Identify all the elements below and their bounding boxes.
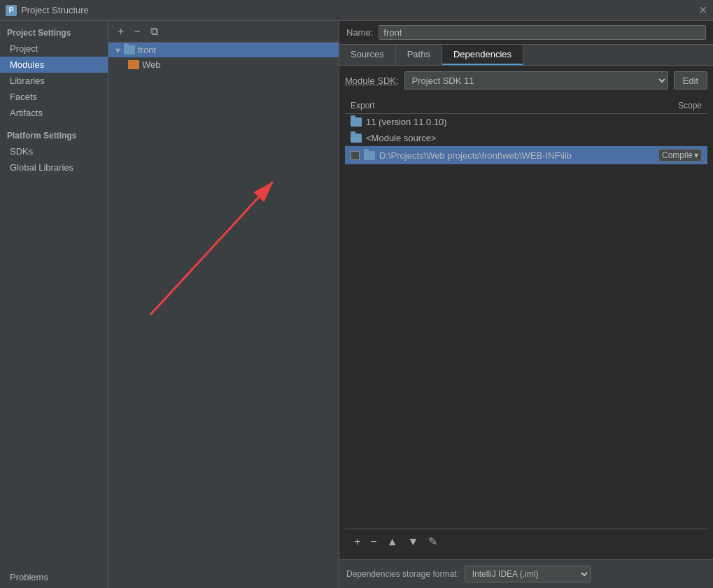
dep-checkbox-2[interactable]	[351, 151, 360, 160]
sidebar-item-facets[interactable]: Facets	[0, 89, 108, 105]
dep-row-1[interactable]: <Module source>	[345, 130, 707, 146]
app-icon: P	[6, 5, 17, 16]
sidebar-item-artifacts[interactable]: Artifacts	[0, 105, 108, 121]
dep-row-2[interactable]: D:\Projects\Web projects\front\web\WEB-I…	[345, 146, 707, 164]
dep-bottom-toolbar: + − ▲ ▼ ✎	[345, 529, 707, 554]
dep-down-button[interactable]: ▼	[404, 534, 423, 550]
storage-format-select[interactable]: IntelliJ IDEA (.iml)	[465, 566, 591, 582]
scope-column-label: Scope	[678, 101, 702, 110]
dep-text-2: D:\Projects\Web projects\front\web\WEB-I…	[379, 150, 654, 161]
sdk-edit-button[interactable]: Edit	[674, 71, 707, 89]
remove-module-button[interactable]: −	[130, 24, 143, 39]
tree-item-web-label: Web	[142, 59, 161, 70]
dep-folder-icon-2	[364, 151, 375, 160]
close-button[interactable]: ✕	[698, 5, 707, 16]
tab-paths[interactable]: Paths	[396, 45, 442, 65]
sdk-row: Module SDK: Project SDK 11 Edit	[345, 71, 707, 89]
dep-add-button[interactable]: +	[351, 534, 364, 550]
tab-sources[interactable]: Sources	[339, 45, 396, 65]
export-column-label: Export	[351, 101, 375, 110]
sidebar: Project Settings Project Modules Librari…	[0, 21, 108, 588]
title-bar-left: P Project Structure	[6, 5, 89, 16]
dep-edit-button[interactable]: ✎	[425, 533, 441, 550]
scope-arrow-2: ▾	[694, 150, 698, 160]
storage-format-row: Dependencies storage format: IntelliJ ID…	[339, 559, 713, 588]
dependencies-content: Module SDK: Project SDK 11 Edit Export S…	[339, 66, 713, 559]
dep-table-header: Export Scope	[345, 98, 707, 114]
title-bar: P Project Structure ✕	[0, 0, 713, 21]
module-name-input[interactable]	[379, 25, 706, 40]
dep-text-0: 11 (version 11.0.10)	[366, 117, 702, 127]
copy-module-button[interactable]: ⧉	[147, 24, 162, 39]
dep-remove-button[interactable]: −	[367, 534, 380, 550]
name-bar: Name:	[339, 21, 713, 45]
tree-item-web[interactable]: Web	[108, 57, 339, 72]
tree-panel: + − ⧉ ▼ front Web	[108, 21, 339, 588]
add-module-button[interactable]: +	[114, 24, 127, 39]
window-title: Project Structure	[21, 5, 89, 15]
dep-folder-icon-1	[351, 134, 362, 143]
web-icon	[128, 60, 139, 69]
tab-dependencies[interactable]: Dependencies	[442, 45, 523, 65]
sdk-select[interactable]: Project SDK 11	[404, 71, 668, 89]
right-split: + − ⧉ ▼ front Web Name:	[108, 21, 713, 588]
storage-format-label: Dependencies storage format:	[346, 569, 459, 579]
scope-value-2: Compile	[662, 150, 693, 160]
sidebar-item-libraries[interactable]: Libraries	[0, 73, 108, 89]
module-folder-icon	[124, 45, 135, 55]
project-settings-label: Project Settings	[0, 24, 108, 41]
sidebar-item-problems[interactable]: Problems	[0, 569, 108, 585]
dep-folder-icon-0	[351, 117, 362, 127]
dep-text-1: <Module source>	[366, 133, 702, 143]
content-panel: Name: Sources Paths Dependencies	[339, 21, 713, 588]
tabs-bar: Sources Paths Dependencies	[339, 45, 713, 66]
sidebar-item-modules[interactable]: Modules	[0, 57, 108, 73]
sidebar-item-project[interactable]: Project	[0, 41, 108, 57]
tree-item-front[interactable]: ▼ front	[108, 43, 339, 57]
platform-settings-label: Platform Settings	[0, 127, 108, 143]
sidebar-item-sdks[interactable]: SDKs	[0, 143, 108, 159]
tree-arrow-front: ▼	[114, 46, 121, 55]
sdk-label: Module SDK:	[345, 76, 399, 86]
dep-row-0[interactable]: 11 (version 11.0.10)	[345, 114, 707, 130]
name-label: Name:	[346, 27, 373, 38]
sidebar-item-global-libraries[interactable]: Global Libraries	[0, 159, 108, 175]
tree-item-front-label: front	[138, 45, 156, 55]
tree-toolbar: + − ⧉	[108, 21, 339, 43]
main-container: Project Settings Project Modules Librari…	[0, 21, 713, 588]
scope-dropdown-2[interactable]: Compile ▾	[658, 149, 702, 162]
dep-up-button[interactable]: ▲	[383, 534, 402, 550]
